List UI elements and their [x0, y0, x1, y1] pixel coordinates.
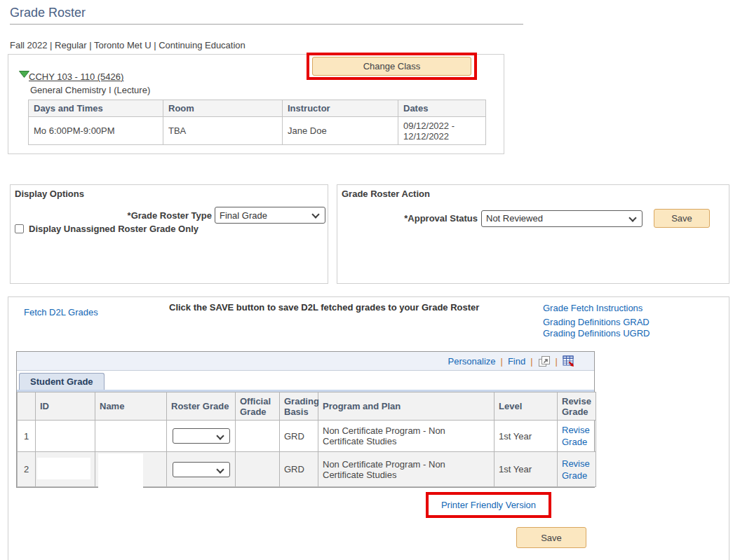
- class-description: General Chemistry I (Lecture): [30, 85, 150, 95]
- d2l-grades-section: Fetch D2L Grades Click the SAVE button t…: [8, 296, 729, 560]
- grade-fetch-instructions-link[interactable]: Grade Fetch Instructions: [543, 303, 650, 314]
- approval-status-row: *Approval Status Not Reviewed Save: [337, 209, 729, 228]
- display-options-panel: Display Options *Grade Roster Type Final…: [10, 184, 328, 284]
- grading-links: Grade Fetch Instructions Grading Definit…: [543, 303, 650, 339]
- col-header-room: Room: [163, 100, 283, 117]
- roster-grade-cell: [167, 452, 236, 487]
- col-header-level: Level: [495, 392, 558, 421]
- grade-roster-type-row: *Grade Roster Type Final Grade: [11, 207, 328, 224]
- redacted-name-box: [98, 453, 143, 491]
- page-title: Grade Roster: [10, 6, 86, 20]
- roster-grade-select[interactable]: [173, 428, 230, 444]
- col-header-official-grade: Official Grade: [236, 392, 280, 421]
- grading-basis-cell: GRD: [280, 421, 318, 452]
- grading-basis-cell: GRD: [280, 452, 318, 487]
- official-grade-cell: [236, 421, 280, 452]
- col-header-roster-grade: Roster Grade: [167, 392, 236, 421]
- student-grade-table: ID Name Roster Grade Official Grade Grad…: [17, 392, 596, 487]
- grading-definitions-grad-link[interactable]: Grading Definitions GRAD: [543, 317, 650, 328]
- program-plan-cell: Non Certificate Program - Non Certificat…: [318, 452, 495, 487]
- unassigned-checkbox-row: Display Unassigned Roster Grade Only: [15, 224, 199, 234]
- fetch-d2l-grades-link[interactable]: Fetch D2L Grades: [24, 307, 98, 317]
- level-cell: 1st Year: [495, 421, 558, 452]
- grid-tab-strip: Student Grade: [17, 371, 594, 390]
- grid-header-row: ID Name Roster Grade Official Grade Grad…: [18, 392, 596, 421]
- approval-status-label: *Approval Status: [337, 213, 478, 224]
- room-cell: TBA: [163, 117, 283, 145]
- display-unassigned-label: Display Unassigned Roster Grade Only: [29, 224, 199, 234]
- grade-roster-type-select[interactable]: Final Grade: [215, 207, 325, 224]
- chevron-down-icon: [628, 214, 636, 221]
- revise-grade-link[interactable]: Revise Grade: [562, 425, 590, 447]
- change-class-button[interactable]: Change Class: [312, 57, 471, 76]
- roster-grade-cell: [167, 421, 236, 452]
- revise-grade-cell: Revise Grade: [558, 452, 596, 487]
- redacted-id-box: [37, 458, 90, 479]
- col-header-days-times: Days and Times: [29, 100, 163, 117]
- personalize-link[interactable]: Personalize: [448, 356, 496, 367]
- download-to-excel-icon[interactable]: [563, 355, 574, 367]
- table-row: 2: [18, 452, 596, 487]
- official-grade-cell: [236, 452, 280, 487]
- title-divider: [10, 24, 523, 25]
- toolbar-separator: |: [501, 356, 503, 367]
- save-button-top[interactable]: Save: [654, 209, 710, 228]
- revise-grade-cell: Revise Grade: [558, 421, 596, 452]
- grade-roster-action-panel: Grade Roster Action *Approval Status Not…: [337, 184, 729, 284]
- program-plan-cell: Non Certificate Program - Non Certificat…: [318, 421, 495, 452]
- display-options-title: Display Options: [15, 189, 84, 199]
- grid-toolbar: Personalize | Find | |: [17, 352, 594, 371]
- class-meeting-table: Days and Times Room Instructor Dates Mo …: [28, 100, 486, 145]
- col-header-id: ID: [36, 392, 95, 421]
- program-plan-text: Non Certificate Program - Non Certificat…: [323, 425, 445, 446]
- id-cell: [36, 452, 95, 487]
- grade-roster-action-title: Grade Roster Action: [342, 189, 430, 199]
- name-cell: [95, 452, 167, 487]
- program-plan-text: Non Certificate Program - Non Certificat…: [323, 459, 445, 480]
- tab-student-grade[interactable]: Student Grade: [19, 373, 105, 390]
- chevron-down-icon: [216, 432, 224, 439]
- rownum-cell: 1: [18, 421, 36, 452]
- days-times-cell: Mo 6:00PM-9:00PM: [29, 117, 163, 145]
- save-button-bottom[interactable]: Save: [516, 527, 586, 548]
- meeting-header-row: Days and Times Room Instructor Dates: [29, 100, 486, 117]
- approval-status-select[interactable]: Not Reviewed: [481, 210, 643, 227]
- instructor-cell: Jane Doe: [283, 117, 398, 145]
- col-header-instructor: Instructor: [283, 100, 398, 117]
- printer-friendly-highlight: Printer Friendly Version: [426, 492, 551, 518]
- find-link[interactable]: Find: [508, 356, 525, 367]
- view-all-popup-icon[interactable]: [538, 355, 551, 367]
- id-cell: [36, 421, 95, 452]
- change-class-highlight: Change Class: [307, 53, 477, 80]
- printer-friendly-link[interactable]: Printer Friendly Version: [441, 500, 536, 510]
- col-header-rownum: [18, 392, 36, 421]
- approval-status-value: Not Reviewed: [486, 213, 543, 224]
- class-link[interactable]: CCHY 103 - 110 (5426): [29, 71, 123, 82]
- level-cell: 1st Year: [495, 452, 558, 487]
- col-header-program-plan: Program and Plan: [318, 392, 495, 421]
- col-header-revise-grade: Revise Grade: [558, 392, 596, 421]
- term-context-line: Fall 2022 | Regular | Toronto Met U | Co…: [10, 40, 245, 50]
- revise-grade-link[interactable]: Revise Grade: [562, 458, 590, 481]
- table-row: 1 GRD Non Certificate Program - Non Cert…: [18, 421, 596, 452]
- dates-cell: 09/12/2022 - 12/12/2022: [398, 117, 486, 145]
- col-header-name: Name: [95, 392, 167, 421]
- chevron-down-icon: [311, 210, 319, 218]
- student-grade-grid: Personalize | Find | |: [16, 351, 595, 488]
- col-header-dates: Dates: [398, 100, 486, 117]
- grading-definitions-ugrd-link[interactable]: Grading Definitions UGRD: [543, 328, 650, 339]
- toolbar-separator: |: [530, 356, 532, 367]
- chevron-down-icon: [216, 465, 224, 473]
- roster-grade-select[interactable]: [173, 462, 230, 477]
- grade-roster-page: Grade Roster Fall 2022 | Regular | Toron…: [0, 0, 740, 560]
- col-header-grading-basis: Grading Basis: [280, 392, 318, 421]
- name-cell: [95, 421, 167, 452]
- toolbar-separator: |: [556, 356, 558, 367]
- grade-roster-type-value: Final Grade: [220, 210, 267, 221]
- d2l-save-message: Click the SAVE button to save D2L fetche…: [169, 302, 479, 313]
- meeting-row: Mo 6:00PM-9:00PM TBA Jane Doe 09/12/2022…: [29, 117, 486, 145]
- display-unassigned-checkbox[interactable]: [15, 224, 24, 233]
- grade-roster-type-label: *Grade Roster Type: [128, 210, 212, 221]
- rownum-cell: 2: [18, 452, 36, 487]
